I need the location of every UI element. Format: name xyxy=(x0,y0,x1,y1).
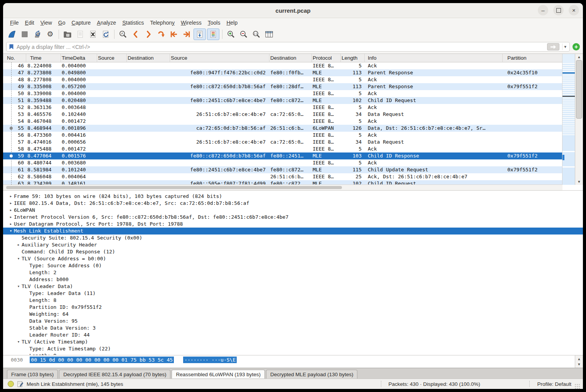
packet-row-50[interactable]: 508.3390080.004000IEEE 8…5Ack xyxy=(3,90,562,97)
hex-ascii-selected[interactable]: ········ ···u·S\E xyxy=(183,357,237,363)
detail-node[interactable]: ▸Internet Protocol Version 6, Src: fe80:… xyxy=(3,214,583,221)
packet-row-53[interactable]: 538.4655760.10244026:51:c6:b7:e8:ce:4b:e… xyxy=(3,111,562,118)
column-header-partition-10[interactable]: Partition xyxy=(503,54,562,62)
find-packet-button[interactable]: A xyxy=(117,29,129,40)
packet-list-hscrollbar[interactable] xyxy=(3,184,562,190)
detail-field[interactable]: Partition ID: 0x79f551f2 xyxy=(3,304,583,311)
column-header-time-1[interactable]: Time xyxy=(26,54,61,62)
byte-view-tab-2[interactable]: Reassembled 6LoWPAN (193 bytes) xyxy=(172,370,265,379)
capture-comment-icon[interactable] xyxy=(17,381,24,387)
detail-field[interactable]: Weighting: 64 xyxy=(3,311,583,318)
hscroll-thumb[interactable] xyxy=(6,186,342,189)
expand-arrow-icon[interactable]: ▸ xyxy=(8,193,14,200)
collapse-arrow-icon[interactable]: ▾ xyxy=(15,255,22,262)
scroll-up-arrow[interactable]: ▲ xyxy=(575,54,583,60)
menu-view[interactable]: View xyxy=(37,19,55,26)
intelligent-scrollbar-minimap[interactable] xyxy=(562,54,575,185)
restart-capture-button[interactable] xyxy=(32,29,43,40)
vscroll-thumb[interactable] xyxy=(576,60,582,119)
capture-options-button[interactable]: ⚙ xyxy=(44,29,56,40)
zoom-original-button[interactable]: 1:1 xyxy=(251,29,262,40)
bookmark-icon[interactable] xyxy=(9,44,14,50)
column-header-destination-4[interactable]: Destination xyxy=(127,54,170,62)
minimize-button[interactable]: – xyxy=(538,5,548,15)
packet-row-61[interactable]: 618.5819840.101240fe80::2451:c6b7:e8ce:4… xyxy=(3,166,562,173)
detail-field[interactable]: Type: Leader Data (11) xyxy=(3,290,583,297)
packet-list-vscrollbar[interactable]: ▲ ▼ xyxy=(575,54,583,185)
packet-row-49[interactable]: 498.3350080.057200fe80::c872:650d:b7b8:5… xyxy=(3,83,562,90)
detail-node[interactable]: ▸Auxiliary Security Header xyxy=(3,241,583,248)
menu-wireless[interactable]: Wireless xyxy=(178,19,205,26)
column-header-destination-6[interactable]: Destination xyxy=(269,54,312,62)
column-header-timedelta-2[interactable]: TimeDelta xyxy=(61,54,97,62)
maximize-button[interactable] xyxy=(553,5,564,15)
expand-arrow-icon[interactable]: ▸ xyxy=(8,200,14,207)
open-file-button[interactable] xyxy=(62,29,73,40)
expand-arrow-icon[interactable]: ▸ xyxy=(8,221,14,228)
collapse-arrow-icon[interactable]: ▾ xyxy=(15,283,22,290)
detail-node[interactable]: ▸Frame 59: 103 bytes on wire (824 bits),… xyxy=(3,193,583,200)
resize-columns-button[interactable] xyxy=(263,29,275,40)
collapse-arrow-icon[interactable]: ▾ xyxy=(8,228,14,235)
go-forward-button[interactable] xyxy=(143,29,154,40)
packet-row-62[interactable]: 628.5860480.00406426:51:c6:b…IEEE 8…25Ac… xyxy=(3,173,562,180)
detail-field[interactable]: Security Suite: 802.15.4 Security (0x00) xyxy=(3,235,583,241)
menu-edit[interactable]: Edit xyxy=(22,19,37,26)
stop-capture-button[interactable] xyxy=(19,29,30,40)
close-button[interactable]: × xyxy=(569,5,579,15)
column-header-protocol-7[interactable]: Protocol xyxy=(312,54,341,62)
byte-view-tab-1[interactable]: Decrypted IEEE 802.15.4 payload (70 byte… xyxy=(59,370,170,379)
go-back-button[interactable] xyxy=(130,29,141,40)
packet-row-47[interactable]: 478.2738080.049800fe80::947f:f476:22bc:c… xyxy=(3,69,562,76)
packet-row-57[interactable]: 578.4740160.00065626:51:c6:b7:e8:ce:4b:e… xyxy=(3,139,562,146)
menu-statistics[interactable]: Statistics xyxy=(119,19,147,26)
expert-info-icon[interactable] xyxy=(8,381,14,387)
column-header-source-5[interactable]: Source xyxy=(170,54,269,62)
apply-filter-button[interactable] xyxy=(547,43,559,50)
packet-row-51[interactable]: 518.3594880.020480fe80::2451:c6b7:e8ce:4… xyxy=(3,97,562,104)
menu-analyze[interactable]: Analyze xyxy=(94,19,119,26)
column-header-info-9[interactable]: Info xyxy=(365,54,503,62)
packet-row-48[interactable]: 488.2778080.004000IEEE 8…5Ack xyxy=(3,76,562,83)
colorize-button[interactable] xyxy=(207,28,219,40)
zoom-out-button[interactable] xyxy=(238,29,249,40)
detail-node[interactable]: ▸6LoWPAN xyxy=(3,207,583,214)
start-capture-button[interactable] xyxy=(6,29,18,40)
detail-node[interactable]: ▾Mesh Link Establishment xyxy=(3,228,583,235)
go-to-packet-button[interactable] xyxy=(155,29,167,40)
packet-row-52[interactable]: 528.3631360.003648IEEE 8…5Ack xyxy=(3,104,562,111)
detail-node[interactable]: ▾TLV (Active Timestamp) xyxy=(3,338,583,345)
detail-field[interactable]: Type: Source Address (0) xyxy=(3,262,583,269)
packet-row-59[interactable]: 598.4770640.001576fe80::c872:650d:b7b8:5… xyxy=(3,152,562,159)
go-last-button[interactable] xyxy=(181,29,192,40)
display-filter-input[interactable]: Apply a display filter ... <Ctrl-/> ▾ xyxy=(6,42,570,52)
menu-go[interactable]: Go xyxy=(55,19,69,26)
detail-field[interactable]: Address: b000 xyxy=(3,276,583,283)
menu-capture[interactable]: Capture xyxy=(69,19,94,26)
go-first-button[interactable] xyxy=(168,29,180,40)
add-filter-button[interactable]: + xyxy=(573,43,580,50)
reload-file-button[interactable] xyxy=(100,29,111,40)
resize-grip[interactable] xyxy=(574,384,580,389)
column-header-length-8[interactable]: Length xyxy=(341,54,365,62)
hex-bytes-selected[interactable]: 00 15 0d 00 00 00 00 00 00 00 01 75 bb 5… xyxy=(30,357,174,363)
packet-row-46[interactable]: 468.2240080.004000IEEE 8…5Ack xyxy=(3,62,562,69)
detail-field[interactable]: Length: 2 xyxy=(3,269,583,276)
column-header-source-3[interactable]: Source xyxy=(97,54,127,62)
menu-help[interactable]: Help xyxy=(223,19,241,26)
expand-arrow-icon[interactable]: ▸ xyxy=(15,241,22,248)
detail-field[interactable]: Length: 8 xyxy=(3,297,583,304)
column-header-no-0[interactable]: No. xyxy=(3,54,26,62)
detail-node[interactable]: ▸User Datagram Protocol, Src Port: 19788… xyxy=(3,221,583,228)
detail-field[interactable]: Command: Child ID Response (12) xyxy=(3,248,583,255)
status-profile[interactable]: Profile: Default xyxy=(537,381,571,387)
auto-scroll-button[interactable] xyxy=(194,28,206,40)
packet-row-56[interactable]: 568.4733600.004416IEEE 8…5Ack xyxy=(3,132,562,139)
close-file-button[interactable] xyxy=(87,29,99,40)
detail-field[interactable]: Data Version: 95 xyxy=(3,318,583,325)
packet-row-60[interactable]: 608.4807440.003680IEEE 8…5Ack xyxy=(3,159,562,166)
bytes-pane-scrollbar[interactable]: ▲ ▼ xyxy=(575,355,583,368)
detail-node[interactable]: ▾TLV (Source Address = b0:00) xyxy=(3,255,583,262)
detail-field[interactable]: Type: Active Timestamp (22) xyxy=(3,345,583,352)
scroll-down-arrow[interactable]: ▼ xyxy=(575,362,583,367)
